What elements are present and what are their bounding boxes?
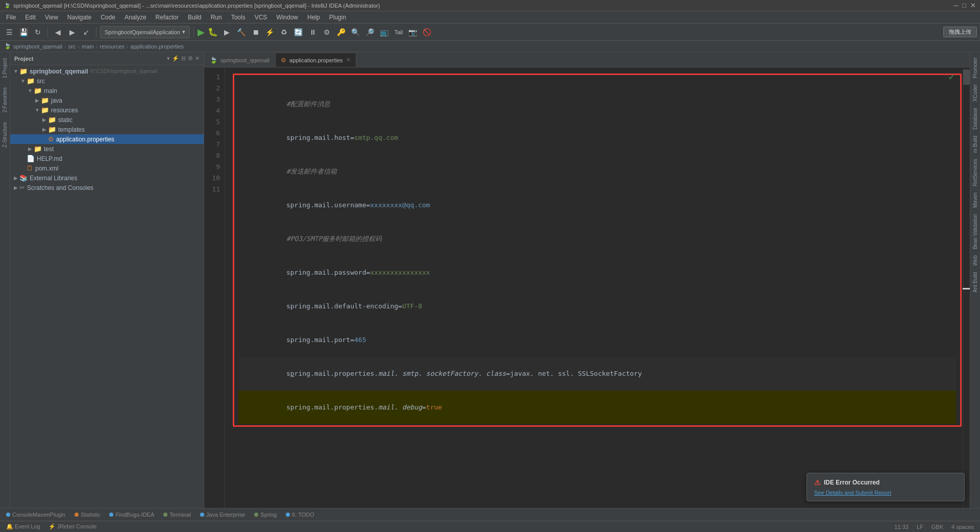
- tree-item-scratches[interactable]: ▶ ✂ Scratches and Consoles: [10, 183, 204, 192]
- bottom-tab-statistic[interactable]: Statistic: [70, 511, 105, 519]
- tree-item-appprops[interactable]: ⚙ application.properties: [10, 134, 204, 144]
- toolbar-pause-btn[interactable]: ⏸: [307, 26, 319, 38]
- close-button[interactable]: ✕: [970, 2, 976, 9]
- menu-item-tools[interactable]: Tools: [227, 13, 250, 22]
- project-close-icon[interactable]: ✕: [195, 55, 200, 62]
- right-tab-antbuild[interactable]: Ant Build: [971, 269, 979, 296]
- bottom-tab-javaenterprise[interactable]: Java Enterprise: [196, 511, 249, 519]
- upload-button[interactable]: 拖拽上传: [943, 27, 977, 37]
- breadcrumb-resources[interactable]: resources: [100, 43, 125, 50]
- bottom-tab-findbugs[interactable]: FindBugs-IDEA: [105, 511, 158, 519]
- run-coverage-btn[interactable]: ▶: [221, 26, 233, 38]
- right-tab-web[interactable]: Web: [971, 252, 979, 269]
- bottom-tab-terminal[interactable]: Terminal: [159, 511, 195, 519]
- tree-item-root[interactable]: ▼ 📁 springboot_qqemail H:\CSDN\springboo…: [10, 66, 204, 76]
- status-indent[interactable]: 4 spaces: [949, 524, 976, 530]
- right-tab-mbuild[interactable]: m Build: [971, 133, 979, 156]
- scrollbar-thumb[interactable]: [963, 69, 970, 85]
- toolbar-terminal-btn[interactable]: 📺: [378, 26, 390, 38]
- tree-item-helpmd[interactable]: 📄 HELP.md: [10, 154, 204, 163]
- status-jrebel[interactable]: ⚡ JRebel Console: [46, 523, 99, 530]
- project-settings-icon[interactable]: ⚙: [188, 55, 193, 62]
- toolbar-hot-reload3-btn[interactable]: 🔄: [292, 26, 305, 38]
- menu-item-window[interactable]: Window: [272, 13, 302, 22]
- right-tab-retservices[interactable]: RetServices: [971, 156, 979, 189]
- tree-item-src[interactable]: ▼ 📁 src: [10, 76, 204, 86]
- menu-item-file[interactable]: File: [2, 13, 20, 22]
- tree-item-static[interactable]: ▶ 📁 static: [10, 115, 204, 125]
- right-tab-database[interactable]: Database: [971, 105, 979, 133]
- tab-springboot[interactable]: 🍃 springboot_qqemail: [204, 53, 275, 67]
- tree-item-extlibs[interactable]: ▶ 📚 External Libraries: [10, 173, 204, 183]
- debug-button[interactable]: 🐛: [207, 26, 219, 38]
- status-linesep[interactable]: LF: [915, 524, 925, 530]
- tree-item-java[interactable]: ▶ 📁 java: [10, 95, 204, 105]
- maximize-button[interactable]: □: [962, 2, 966, 9]
- menu-item-build[interactable]: Build: [184, 13, 206, 22]
- tree-item-resources[interactable]: ▼ 📁 resources: [10, 105, 204, 115]
- menu-item-view[interactable]: View: [41, 13, 62, 22]
- toolbar-save-btn[interactable]: 💾: [17, 26, 30, 38]
- toolbar-ban-btn[interactable]: 🚫: [421, 26, 433, 38]
- toolbar-hot-reload2-btn[interactable]: ♻: [278, 26, 290, 38]
- toolbar-build-btn[interactable]: 🔨: [235, 26, 248, 38]
- toolbar-stop-btn[interactable]: ⏹: [250, 26, 262, 38]
- tree-item-test[interactable]: ▶ 📁 test: [10, 144, 204, 154]
- error-link[interactable]: See Details and Submit Report: [814, 490, 957, 496]
- menu-item-help[interactable]: Help: [303, 13, 324, 22]
- tab-appprops[interactable]: ⚙ application.properties ✕: [275, 53, 356, 67]
- right-tab-maven[interactable]: Maven: [971, 189, 979, 211]
- bottom-tab-todo[interactable]: 6: TODO: [282, 511, 318, 519]
- folder-icon: 📁: [48, 126, 56, 133]
- toolbar-camera-btn[interactable]: 📷: [407, 26, 419, 38]
- status-encoding[interactable]: GBK: [929, 524, 945, 530]
- right-tab-promoter[interactable]: Promoter: [971, 54, 979, 81]
- scrollbar-track[interactable]: [963, 67, 970, 508]
- toolbar-hot-reload-btn[interactable]: ⚡: [264, 26, 276, 38]
- project-collapse-icon[interactable]: ⊟: [181, 55, 186, 62]
- tree-item-main[interactable]: ▼ 📁 main: [10, 86, 204, 95]
- error-title-text: IDE Error Occurred: [824, 479, 879, 486]
- menu-item-run[interactable]: Run: [207, 13, 226, 22]
- run-config-dropdown[interactable]: SpringbootQqemailApplication ▾: [100, 26, 190, 38]
- toolbar-sdk-btn[interactable]: 🔑: [335, 26, 348, 38]
- left-tab-zstructure[interactable]: Z-Structure: [1, 118, 9, 152]
- menu-item-plugin[interactable]: Plugin: [325, 13, 350, 22]
- toolbar-back-btn[interactable]: ◀: [52, 26, 64, 38]
- toolbar-refresh-btn[interactable]: ↻: [32, 26, 44, 38]
- status-line-col[interactable]: 11:33: [892, 524, 911, 530]
- minimize-button[interactable]: ─: [953, 2, 958, 9]
- toolbar-project-btn[interactable]: ☰: [3, 26, 15, 38]
- tree-item-templates[interactable]: ▶ 📁 templates: [10, 125, 204, 134]
- right-tab-xcoder[interactable]: XCoder: [971, 81, 979, 105]
- breadcrumb-src[interactable]: src: [68, 43, 76, 50]
- menu-item-code[interactable]: Code: [96, 13, 119, 22]
- project-sync-icon[interactable]: ⚡: [172, 55, 179, 62]
- left-tab-project[interactable]: 1:Project: [1, 54, 9, 82]
- code-area[interactable]: #配置邮件消息 spring.mail.host=smtp.qq.com #发送…: [225, 67, 970, 508]
- toolbar-forward-btn[interactable]: ▶: [66, 26, 78, 38]
- toolbar-settings-btn[interactable]: ⚙: [321, 26, 333, 38]
- menu-item-vcs[interactable]: VCS: [251, 13, 272, 22]
- breadcrumb-file[interactable]: application.properties: [131, 43, 184, 50]
- menu-item-refactor[interactable]: Refactor: [152, 13, 183, 22]
- tree-item-pomxml[interactable]: 🗒 pom.xml: [10, 163, 204, 173]
- toolbar-nav-btn[interactable]: ↙: [80, 26, 92, 38]
- menu-item-navigate[interactable]: Navigate: [63, 13, 95, 22]
- status-event-log[interactable]: 🔔 Event Log: [4, 523, 42, 530]
- left-tab-2favorites[interactable]: 2:Favorites: [1, 83, 9, 116]
- toolbar-tail-btn[interactable]: Tail: [393, 26, 405, 38]
- bottom-tab-consolemaven[interactable]: ConsoleMavenPlugin: [2, 511, 69, 519]
- breadcrumb-main[interactable]: main: [82, 43, 94, 50]
- run-button[interactable]: ▶: [198, 27, 205, 38]
- toolbar-search-btn[interactable]: 🔍: [350, 26, 362, 38]
- menu-item-edit[interactable]: Edit: [21, 13, 40, 22]
- right-tab-beanvalidation[interactable]: Bean Validation: [971, 211, 979, 252]
- checkmark-area: ✓: [948, 71, 955, 83]
- bottom-tab-spring[interactable]: Spring: [250, 511, 281, 519]
- folder-icon: 📁: [34, 87, 42, 94]
- menu-item-analyze[interactable]: Analyze: [120, 13, 151, 22]
- tab-close-icon[interactable]: ✕: [346, 57, 351, 63]
- breadcrumb-project[interactable]: springboot_qqemail: [13, 43, 62, 50]
- toolbar-search2-btn[interactable]: 🔎: [364, 26, 376, 38]
